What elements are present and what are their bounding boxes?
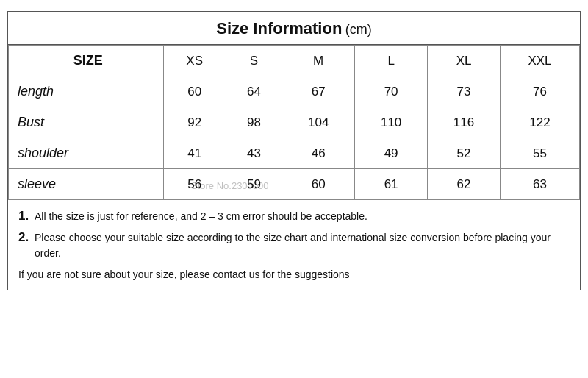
note-item: 1.All the size is just for reference, an…: [18, 209, 570, 224]
chart-unit: (cm): [345, 22, 372, 37]
note-text: Please choose your suitable size accordi…: [35, 230, 570, 261]
chart-title: Size Information: [216, 19, 342, 38]
row-value: 59: [226, 169, 282, 200]
row-value: 55: [501, 138, 580, 169]
title-row: Size Information (cm): [8, 12, 580, 45]
note-number: 2.: [18, 230, 35, 245]
row-value: 98: [226, 107, 282, 138]
row-value: 60: [163, 76, 226, 107]
row-value: 41: [163, 138, 226, 169]
row-label: length: [9, 76, 164, 107]
row-value: 56: [163, 169, 226, 200]
row-value: 122: [501, 107, 580, 138]
row-value: 52: [428, 138, 501, 169]
row-value: 73: [428, 76, 501, 107]
note-item: 2.Please choose your suitable size accor…: [18, 230, 570, 261]
table-header: XXL: [501, 46, 580, 76]
notes-section: 1.All the size is just for reference, an…: [8, 200, 580, 290]
row-value: 43: [226, 138, 282, 169]
table-header: SIZE: [9, 46, 164, 76]
row-label: sleeve: [9, 169, 164, 200]
table-header: M: [282, 46, 355, 76]
row-value: 61: [355, 169, 428, 200]
row-value: 62: [428, 169, 501, 200]
row-label: Bust: [9, 107, 164, 138]
row-value: 70: [355, 76, 428, 107]
row-value: 116: [428, 107, 501, 138]
row-value: 92: [163, 107, 226, 138]
table-row: sleeve565960616263: [9, 169, 580, 200]
row-label: shoulder: [9, 138, 164, 169]
extra-note: If you are not sure about your size, ple…: [18, 267, 570, 282]
table-header: S: [226, 46, 282, 76]
row-value: 64: [226, 76, 282, 107]
row-value: 104: [282, 107, 355, 138]
table-header: XS: [163, 46, 226, 76]
row-value: 110: [355, 107, 428, 138]
note-text: All the size is just for reference, and …: [35, 209, 368, 224]
row-value: 46: [282, 138, 355, 169]
row-value: 76: [501, 76, 580, 107]
table-header: L: [355, 46, 428, 76]
table-row: shoulder414346495255: [9, 138, 580, 169]
table-header: XL: [428, 46, 501, 76]
note-number: 1.: [18, 209, 35, 224]
row-value: 67: [282, 76, 355, 107]
table-row: length606467707376: [9, 76, 580, 107]
row-value: 63: [501, 169, 580, 200]
table-row: Bust9298104110116122: [9, 107, 580, 138]
row-value: 49: [355, 138, 428, 169]
row-value: 60: [282, 169, 355, 200]
size-table: SIZEXSSMLXLXXLlength606467707376Bust9298…: [8, 45, 580, 200]
size-chart-container: Size Information (cm) SIZEXSSMLXLXXLleng…: [7, 11, 581, 290]
